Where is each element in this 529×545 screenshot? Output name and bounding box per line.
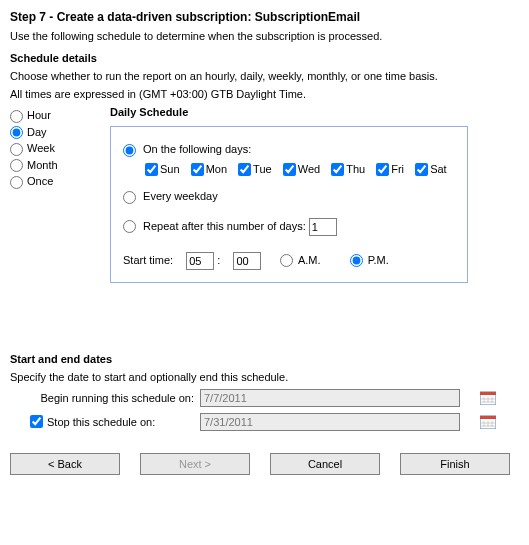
timezone-text: All times are expressed in (GMT +03:00) … [10, 88, 519, 100]
begin-date-input[interactable] [200, 389, 460, 407]
day-label-wed: Wed [298, 163, 320, 175]
next-button[interactable]: Next > [140, 453, 250, 475]
am-radio[interactable] [280, 254, 293, 267]
day-check-sun[interactable] [145, 163, 158, 176]
mode-radio-repeat[interactable] [123, 220, 136, 233]
choose-text: Choose whether to run the report on an h… [10, 70, 519, 82]
day-label-thu: Thu [346, 163, 365, 175]
day-check-sat[interactable] [415, 163, 428, 176]
calendar-icon[interactable] [480, 390, 496, 405]
freq-label-week: Week [27, 142, 55, 154]
schedule-details-heading: Schedule details [10, 52, 519, 64]
freq-radio-once[interactable] [10, 176, 23, 189]
dates-specify: Specify the date to start and optionally… [10, 371, 519, 383]
freq-label-once: Once [27, 175, 53, 187]
stop-date-checkbox[interactable] [30, 415, 43, 428]
mode-label-following: On the following days: [143, 143, 251, 155]
finish-button[interactable]: Finish [400, 453, 510, 475]
freq-label-month: Month [27, 159, 58, 171]
day-label-sat: Sat [430, 163, 447, 175]
mode-radio-every[interactable] [123, 191, 136, 204]
calendar-icon[interactable] [480, 414, 496, 429]
intro-text: Use the following schedule to determine … [10, 30, 519, 42]
day-check-mon[interactable] [191, 163, 204, 176]
frequency-list: Hour Day Week Month Once [10, 106, 110, 192]
begin-date-label: Begin running this schedule on: [10, 392, 200, 404]
days-row: Sun Mon Tue Wed Thu Fri Sat [145, 163, 455, 177]
freq-radio-month[interactable] [10, 159, 23, 172]
am-label: A.M. [298, 254, 321, 266]
freq-radio-day[interactable] [10, 126, 23, 139]
mode-label-every: Every weekday [143, 190, 218, 202]
daily-schedule-heading: Daily Schedule [110, 106, 468, 118]
freq-radio-hour[interactable] [10, 110, 23, 123]
mode-label-repeat: Repeat after this number of days: [143, 220, 306, 232]
start-time-label: Start time: [123, 254, 173, 266]
day-label-sun: Sun [160, 163, 180, 175]
freq-label-day: Day [27, 126, 47, 138]
day-check-tue[interactable] [238, 163, 251, 176]
stop-date-label: Stop this schedule on: [47, 416, 155, 428]
freq-radio-week[interactable] [10, 143, 23, 156]
pm-label: P.M. [368, 254, 389, 266]
start-hour-input[interactable] [186, 252, 214, 270]
dates-heading: Start and end dates [10, 353, 519, 365]
day-check-wed[interactable] [283, 163, 296, 176]
daily-schedule-box: On the following days: Sun Mon Tue Wed T… [110, 126, 468, 283]
day-check-fri[interactable] [376, 163, 389, 176]
svg-rect-1 [480, 392, 496, 395]
repeat-days-input[interactable] [309, 218, 337, 236]
time-colon: : [217, 254, 223, 266]
freq-label-hour: Hour [27, 109, 51, 121]
day-check-thu[interactable] [331, 163, 344, 176]
start-minute-input[interactable] [233, 252, 261, 270]
svg-rect-8 [480, 416, 496, 419]
mode-radio-following[interactable] [123, 144, 136, 157]
pm-radio[interactable] [350, 254, 363, 267]
day-label-fri: Fri [391, 163, 404, 175]
day-label-mon: Mon [206, 163, 227, 175]
page-title: Step 7 - Create a data-driven subscripti… [10, 10, 519, 24]
day-label-tue: Tue [253, 163, 272, 175]
cancel-button[interactable]: Cancel [270, 453, 380, 475]
back-button[interactable]: < Back [10, 453, 120, 475]
stop-date-input[interactable] [200, 413, 460, 431]
